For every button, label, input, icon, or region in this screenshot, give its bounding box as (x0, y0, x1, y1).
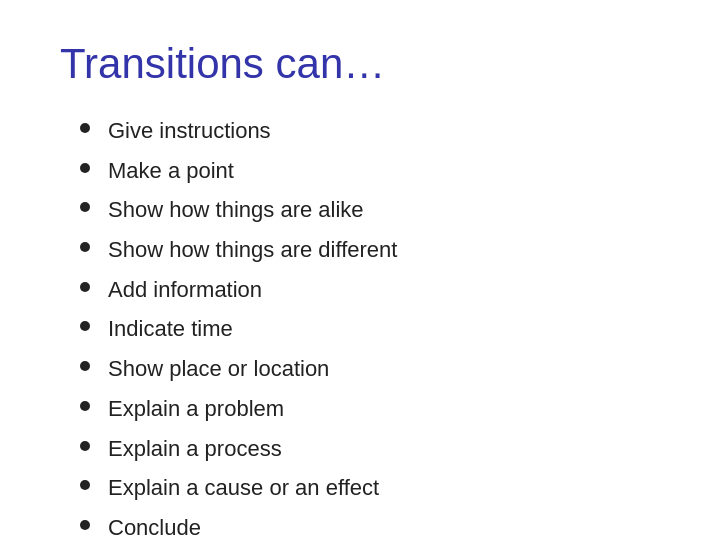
list-item: Show how things are different (80, 235, 660, 265)
list-item: Add information (80, 275, 660, 305)
list-item: Give instructions (80, 116, 660, 146)
list-item-text: Show how things are different (108, 235, 397, 265)
list-item: Show how things are alike (80, 195, 660, 225)
list-item-text: Show how things are alike (108, 195, 364, 225)
bullet-dot-icon (80, 123, 90, 133)
bullet-dot-icon (80, 202, 90, 212)
slide: Transitions can… Give instructionsMake a… (0, 0, 720, 540)
bullet-dot-icon (80, 520, 90, 530)
list-item-text: Make a point (108, 156, 234, 186)
list-item-text: Give instructions (108, 116, 271, 146)
list-item-text: Show place or location (108, 354, 329, 384)
bullet-dot-icon (80, 321, 90, 331)
list-item: Explain a problem (80, 394, 660, 424)
list-item: Explain a process (80, 434, 660, 464)
list-item-text: Add information (108, 275, 262, 305)
list-item: Conclude (80, 513, 660, 540)
bullet-dot-icon (80, 242, 90, 252)
list-item-text: Explain a cause or an effect (108, 473, 379, 503)
bullet-dot-icon (80, 480, 90, 490)
bullet-dot-icon (80, 282, 90, 292)
list-item-text: Explain a process (108, 434, 282, 464)
list-item-text: Indicate time (108, 314, 233, 344)
list-item: Make a point (80, 156, 660, 186)
bullet-dot-icon (80, 361, 90, 371)
bullet-list: Give instructionsMake a pointShow how th… (80, 116, 660, 540)
list-item: Indicate time (80, 314, 660, 344)
list-item-text: Explain a problem (108, 394, 284, 424)
bullet-dot-icon (80, 163, 90, 173)
bullet-dot-icon (80, 441, 90, 451)
list-item: Explain a cause or an effect (80, 473, 660, 503)
bullet-dot-icon (80, 401, 90, 411)
list-item-text: Conclude (108, 513, 201, 540)
list-item: Show place or location (80, 354, 660, 384)
slide-title: Transitions can… (60, 40, 660, 88)
